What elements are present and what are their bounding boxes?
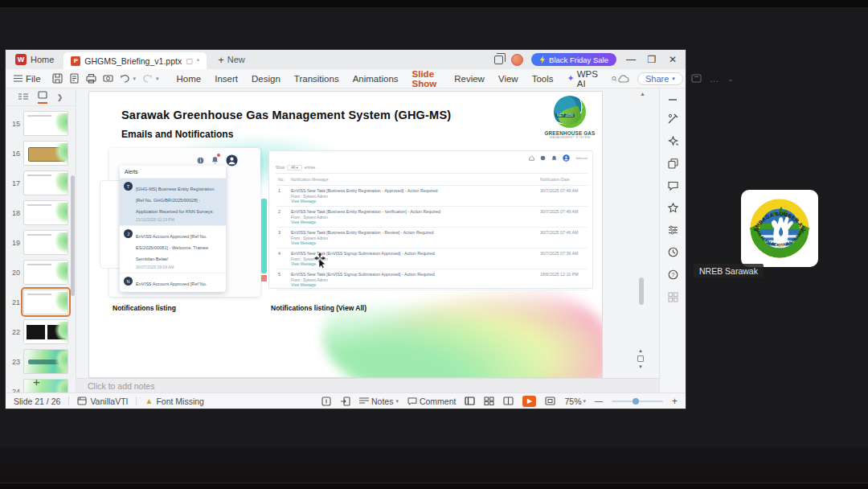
menu-wps-ai[interactable]: ✦ WPS AI bbox=[567, 66, 598, 92]
search-icon[interactable] bbox=[612, 74, 617, 84]
menu-home[interactable]: Home bbox=[177, 71, 202, 87]
slide-scrollbar-thumb[interactable] bbox=[639, 277, 644, 305]
table-row[interactable]: 2 EnVISS New Task [Business Entity Regis… bbox=[276, 207, 588, 228]
close-button[interactable]: ✕ bbox=[666, 54, 679, 65]
row-from: From : System Admin bbox=[291, 195, 535, 199]
comment-button[interactable]: Comment bbox=[407, 397, 457, 406]
minimize-button[interactable]: — bbox=[624, 54, 637, 65]
view-message-link[interactable]: View Message bbox=[291, 199, 535, 203]
zoom-in-button[interactable]: + bbox=[672, 396, 678, 407]
new-tab-label: New bbox=[227, 55, 245, 64]
font-missing-button[interactable]: ▲ Font Missing bbox=[145, 397, 203, 406]
notes-bar[interactable]: Click to add notes bbox=[76, 378, 659, 392]
redo-dropdown-icon[interactable]: ▾ bbox=[156, 76, 159, 82]
view-message-link[interactable]: View Message bbox=[291, 283, 535, 287]
theme-button[interactable]: VanillaVTI bbox=[77, 397, 128, 406]
collapse-ribbon-icon[interactable]: ⌄ bbox=[727, 75, 734, 83]
alert-item[interactable]: N EnVISS Account Approved [Ref No. ES/20… bbox=[120, 273, 226, 292]
zoom-slider[interactable] bbox=[612, 401, 663, 402]
view-message-link[interactable]: View Message bbox=[291, 241, 535, 245]
export-icon[interactable] bbox=[69, 73, 80, 84]
slide-thumbnail-15[interactable] bbox=[23, 111, 68, 136]
slide-thumbnail-16[interactable] bbox=[23, 141, 68, 166]
tab-monitor-icon[interactable]: ▢ bbox=[186, 57, 193, 65]
previous-slide-icon[interactable]: ▴ bbox=[639, 347, 642, 354]
row-from: From : System Admin bbox=[291, 278, 535, 282]
next-slide-icon[interactable]: ▾ bbox=[639, 364, 642, 370]
slideshow-play-button[interactable]: ▶ bbox=[522, 396, 536, 407]
menu-insert[interactable]: Insert bbox=[215, 71, 238, 87]
participant-video-tile[interactable]: LEMBAGA SUMBER ASLI DAN ALAM SEKITAR SAR… bbox=[741, 190, 818, 267]
row-message: EnVISS New Task [Business Entity Registr… bbox=[291, 209, 535, 214]
thumbnail-scrollbar[interactable] bbox=[71, 175, 75, 296]
slide-canvas[interactable]: Sarawak Greenhouse Gas Management System… bbox=[88, 91, 603, 378]
black-friday-sale-button[interactable]: Black Friday Sale bbox=[531, 53, 616, 66]
handout-icon[interactable] bbox=[340, 397, 350, 406]
zoom-out-button[interactable]: — bbox=[595, 397, 603, 405]
slide-view-icon[interactable] bbox=[38, 90, 47, 104]
cloud-sync-icon[interactable] bbox=[617, 75, 629, 83]
file-menu-button[interactable]: File bbox=[6, 74, 47, 84]
expand-panel-icon[interactable]: ❯ bbox=[57, 93, 63, 101]
share-button[interactable]: Share ▾ bbox=[637, 72, 683, 85]
ai-assistant-icon[interactable] bbox=[668, 136, 678, 146]
collapse-sidebar-icon[interactable] bbox=[668, 98, 678, 101]
format-tools-icon[interactable] bbox=[668, 113, 678, 124]
menu-slide-show[interactable]: Slide Show bbox=[412, 66, 441, 92]
menu-review[interactable]: Review bbox=[454, 71, 485, 87]
slide-thumbnail-18[interactable] bbox=[23, 200, 68, 225]
help-icon[interactable]: ? bbox=[668, 269, 678, 280]
alert-item[interactable]: J EnVISS Account Approved [Ref No. ES/20… bbox=[120, 226, 226, 273]
history-icon[interactable] bbox=[668, 247, 678, 257]
slide-thumbnail-20[interactable] bbox=[23, 260, 68, 285]
more-icon[interactable]: … bbox=[710, 74, 720, 84]
add-slide-button[interactable]: + bbox=[33, 375, 40, 388]
show-entries-control[interactable]: Show All ▾ entries bbox=[276, 165, 315, 171]
window-arrange-icon[interactable] bbox=[494, 55, 503, 64]
entries-select[interactable]: All ▾ bbox=[287, 165, 302, 171]
zoom-slider-handle[interactable] bbox=[633, 398, 639, 405]
slide-thumbnail-19[interactable] bbox=[23, 230, 68, 255]
alert-item[interactable]: T [GHG-MS] Business Entity Registration … bbox=[120, 179, 226, 226]
table-row[interactable]: 1 EnVISS New Task [Business Entity Regis… bbox=[276, 186, 588, 207]
save-icon[interactable] bbox=[52, 73, 63, 84]
view-message-link[interactable]: View Message bbox=[291, 220, 535, 224]
view-message-link[interactable]: View Message bbox=[291, 262, 535, 266]
normal-view-icon[interactable] bbox=[465, 397, 475, 405]
print-preview-icon[interactable] bbox=[103, 73, 113, 84]
slide-thumbnail-23[interactable] bbox=[23, 349, 68, 374]
table-row[interactable]: 5 EnVISS New Task [EnVISS Signup Submiss… bbox=[276, 269, 588, 290]
task-window-icon[interactable] bbox=[691, 74, 702, 83]
reading-view-icon[interactable] bbox=[503, 397, 514, 405]
favorite-icon[interactable] bbox=[668, 203, 678, 213]
slide-thumbnail-21-selected[interactable] bbox=[23, 290, 68, 314]
print-icon[interactable] bbox=[86, 73, 96, 84]
zoom-level-control[interactable]: 75% ▾ bbox=[564, 397, 586, 406]
undo-dropdown-icon[interactable]: ▾ bbox=[133, 76, 137, 82]
outline-view-icon[interactable] bbox=[18, 93, 28, 101]
fit-slide-icon[interactable] bbox=[545, 397, 555, 405]
menu-animations[interactable]: Animations bbox=[353, 71, 399, 87]
settings-sliders-icon[interactable] bbox=[668, 225, 678, 235]
new-tab-button[interactable]: + New bbox=[218, 54, 245, 66]
spellcheck-icon[interactable] bbox=[321, 397, 331, 406]
account-avatar[interactable] bbox=[511, 54, 523, 66]
comment-icon[interactable] bbox=[668, 181, 678, 191]
menu-tools[interactable]: Tools bbox=[532, 71, 554, 87]
slide-thumbnail-17[interactable] bbox=[23, 171, 68, 195]
menu-transitions[interactable]: Transitions bbox=[294, 71, 339, 87]
menu-view[interactable]: View bbox=[498, 71, 518, 87]
slide-nav-icon[interactable] bbox=[637, 355, 644, 362]
table-row[interactable]: 3 EnVISS New Task [Business Entity Regis… bbox=[276, 228, 588, 249]
slide-thumbnail-22[interactable] bbox=[23, 319, 68, 344]
wps-home-tab[interactable]: W Home bbox=[6, 50, 63, 69]
notes-toggle[interactable]: Notes ▾ bbox=[359, 397, 399, 406]
scroll-up-icon[interactable]: ▲ bbox=[640, 91, 645, 97]
undo-icon[interactable] bbox=[120, 74, 130, 84]
slide-sorter-icon[interactable] bbox=[484, 397, 494, 405]
menu-design[interactable]: Design bbox=[252, 71, 280, 87]
redo-icon[interactable] bbox=[142, 74, 153, 84]
maximize-button[interactable]: ❐ bbox=[645, 54, 658, 65]
copy-icon[interactable] bbox=[668, 158, 678, 169]
apps-grid-icon[interactable] bbox=[668, 292, 678, 302]
